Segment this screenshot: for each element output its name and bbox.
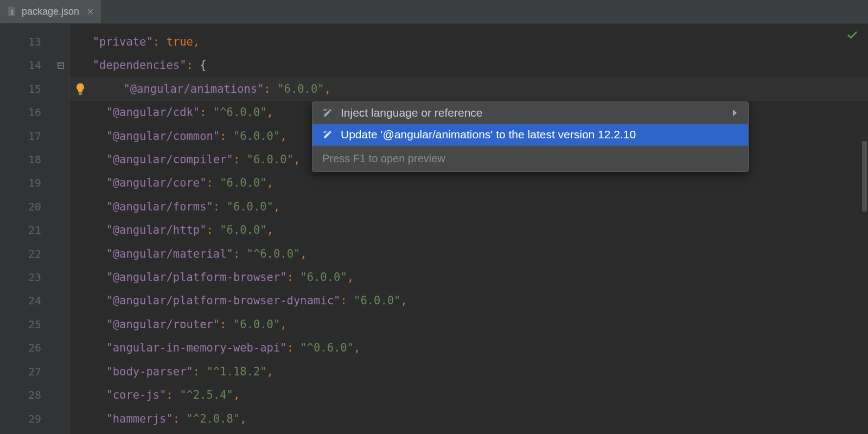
code-line[interactable]: "angular-in-memory-web-api": "^0.6.0", [69, 336, 868, 360]
file-tab-label: package.json [22, 6, 79, 17]
code-line[interactable]: "@angular/router": "6.0.0", [69, 313, 868, 336]
line-number: 14 [0, 54, 41, 77]
code-line[interactable]: "@angular/core": "6.0.0", [69, 171, 868, 195]
line-number: 13 [0, 30, 41, 54]
fold-gutter [54, 24, 69, 434]
intention-popup-hint: Press F1 to open preview [312, 145, 748, 171]
line-number: 28 [0, 384, 41, 407]
svg-rect-6 [324, 131, 328, 131]
scrollbar-thumb[interactable] [862, 141, 867, 212]
code-line[interactable]: "core-js": "^2.5.4", [69, 384, 868, 407]
code-line[interactable]: "body-parser": "^1.18.2", [69, 360, 868, 384]
close-tab-icon[interactable]: ✕ [87, 8, 94, 16]
tab-bar: {} package.json ✕ [0, 0, 868, 24]
line-number-gutter: 1314151617181920212223242526272829 [0, 24, 54, 434]
intention-item-inject-language[interactable]: Inject language or reference [312, 102, 748, 124]
file-tab-package-json[interactable]: {} package.json ✕ [0, 0, 102, 23]
json-file-icon: {} [7, 7, 17, 17]
line-number: 21 [0, 219, 41, 242]
code-line[interactable]: "@angular/material": "^6.0.0", [69, 242, 868, 266]
svg-rect-5 [324, 111, 327, 111]
line-number: 25 [0, 313, 41, 336]
code-line[interactable]: "@angular/animations": "6.0.0", [69, 78, 868, 101]
intention-popup: Inject language or reference Update '@an… [312, 101, 749, 172]
code-line[interactable]: "hammerjs": "^2.0.8", [69, 407, 868, 431]
line-number: 17 [0, 125, 41, 148]
code-line[interactable]: "@angular/forms": "6.0.0", [69, 195, 868, 219]
code-line[interactable]: "@angular/http": "6.0.0", [69, 219, 868, 242]
code-line[interactable]: "@angular/platform-browser": "6.0.0", [69, 266, 868, 289]
chevron-right-icon [732, 109, 738, 117]
intention-edit-icon [322, 107, 333, 118]
code-line[interactable]: "private": true, [69, 30, 868, 54]
line-number: 27 [0, 360, 41, 384]
svg-rect-3 [79, 94, 82, 95]
intention-item-update-dependency[interactable]: Update '@angular/animations' to the late… [312, 124, 748, 145]
code-line[interactable]: "dependencies": { [69, 54, 868, 77]
line-number: 26 [0, 336, 41, 360]
line-number: 24 [0, 289, 41, 312]
code-area[interactable]: "private": true, "dependencies": { "@ang… [69, 24, 868, 434]
editor[interactable]: 1314151617181920212223242526272829 "priv… [0, 24, 868, 434]
intention-edit-icon [322, 129, 333, 140]
svg-rect-2 [79, 92, 82, 93]
line-number: 29 [0, 407, 41, 431]
line-number: 15 [0, 78, 41, 101]
svg-text:{}: {} [10, 10, 14, 15]
intention-item-label: Inject language or reference [341, 106, 483, 119]
intention-item-label: Update '@angular/animations' to the late… [341, 128, 636, 141]
line-number: 18 [0, 148, 41, 171]
code-line[interactable]: "@angular/platform-browser-dynamic": "6.… [69, 289, 868, 312]
intention-bulb-icon[interactable] [75, 82, 86, 95]
fold-toggle-icon[interactable] [56, 61, 65, 70]
line-number: 20 [0, 195, 41, 219]
line-number: 22 [0, 242, 41, 266]
svg-rect-4 [324, 109, 328, 110]
svg-rect-7 [324, 132, 327, 133]
line-number: 23 [0, 266, 41, 289]
line-number: 16 [0, 101, 41, 124]
line-number: 19 [0, 171, 41, 195]
